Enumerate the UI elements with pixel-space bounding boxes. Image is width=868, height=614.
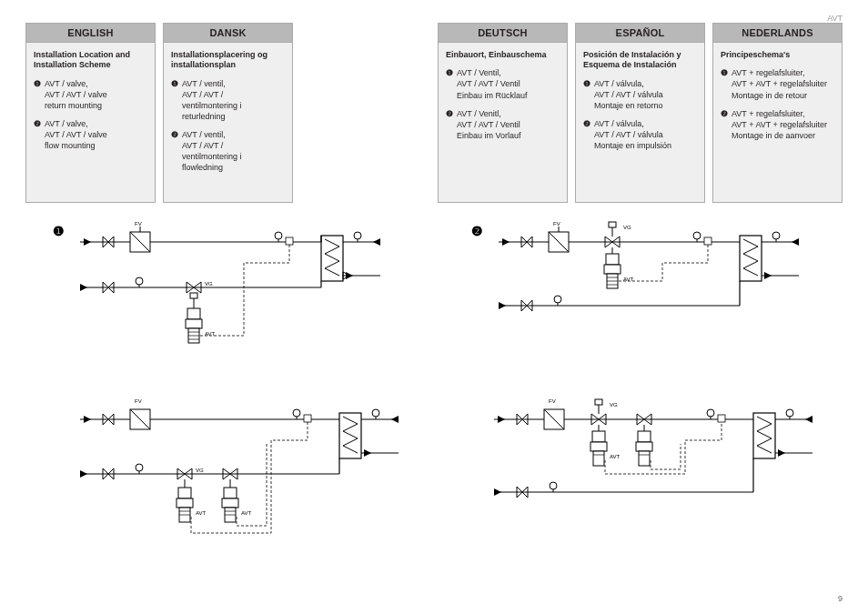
column-title: Principeschema's	[721, 50, 834, 60]
svg-rect-94	[304, 415, 311, 422]
list-item: ❶ AVT / ventil,AVT / AVT /ventilmonterin…	[171, 78, 285, 123]
page-number: 9	[838, 594, 843, 603]
svg-rect-23	[186, 319, 202, 328]
item-number: ❶	[446, 67, 457, 100]
svg-marker-57	[499, 302, 506, 309]
svg-rect-103	[590, 442, 607, 451]
svg-rect-35	[609, 222, 616, 227]
svg-marker-52	[792, 238, 799, 246]
list-item: ❷ AVT / valve,AVT / AVT / valveflow moun…	[34, 118, 147, 151]
svg-rect-104	[593, 451, 604, 466]
column-body: Installationsplacering og installationsp…	[164, 43, 292, 202]
svg-point-69	[372, 409, 379, 417]
svg-rect-127	[718, 415, 725, 422]
svg-text:FV: FV	[135, 398, 142, 404]
column-header: DANSK	[164, 24, 292, 43]
item-number: ❷	[583, 118, 594, 151]
svg-text:AVT: AVT	[241, 510, 252, 516]
svg-marker-17	[80, 284, 87, 291]
diagram-marker-icon: ❶	[53, 224, 65, 238]
svg-rect-88	[222, 498, 238, 508]
svg-text:AVT: AVT	[610, 454, 621, 459]
column-header: DEUTSCH	[439, 24, 567, 43]
svg-text:VG: VG	[196, 468, 204, 473]
item-text: AVT + regelafsluiter,AVT + AVT + regelaf…	[732, 108, 834, 141]
column-english: ENGLISH Installation Location and Instal…	[25, 23, 156, 203]
item-text: AVT / Ventil,AVT / AVT / VentilEinbau im…	[457, 67, 560, 100]
item-text: AVT / válvula,AVT / AVT / válvulaMontaje…	[594, 78, 697, 111]
column-title: Einbauort, Einbauschema	[446, 50, 560, 60]
item-number: ❶	[583, 78, 594, 111]
svg-point-46	[693, 232, 701, 239]
svg-point-58	[554, 296, 561, 303]
svg-text:FV: FV	[553, 221, 560, 226]
language-columns: ENGLISH Installation Location and Instal…	[25, 23, 843, 203]
svg-rect-109	[636, 442, 652, 451]
svg-rect-87	[224, 488, 237, 498]
svg-marker-32	[502, 238, 510, 246]
svg-point-65	[293, 409, 300, 417]
diagram-1: ❶ FV	[53, 219, 389, 365]
list-item: ❷ AVT / válvula,AVT / AVT / válvulaMonta…	[583, 118, 697, 151]
svg-rect-81	[177, 498, 193, 508]
svg-rect-22	[187, 308, 200, 319]
svg-marker-1	[84, 238, 91, 246]
list-item: ❶ AVT / valve,AVT / AVT / valvereturn mo…	[34, 78, 147, 111]
column-gap	[300, 23, 430, 203]
item-number: ❶	[171, 78, 182, 123]
svg-text:VG: VG	[623, 225, 631, 230]
svg-rect-110	[639, 451, 650, 466]
item-number: ❶	[34, 78, 45, 111]
svg-marker-71	[391, 416, 399, 423]
item-number: ❷	[34, 118, 45, 151]
column-title: Posición de Instalación y Esquema de Ins…	[583, 50, 697, 71]
column-title: Installation Location and Installation S…	[34, 50, 147, 71]
svg-marker-62	[84, 416, 91, 423]
column-title: Installationsplacering og installationsp…	[171, 50, 285, 71]
svg-rect-108	[638, 431, 651, 442]
svg-rect-30	[286, 237, 293, 245]
item-number: ❶	[721, 67, 732, 100]
svg-point-4	[275, 232, 282, 239]
svg-marker-76	[80, 470, 87, 478]
column-deutsch: DEUTSCH Einbauort, Einbauschema ❶ AVT / …	[438, 23, 568, 203]
column-dansk: DANSK Installationsplacering og installa…	[163, 23, 293, 203]
list-item: ❶ AVT / válvula,AVT / AVT / válvulaMonta…	[583, 78, 697, 111]
list-item: ❷ AVT / Venitl,AVT / AVT / VentilEinbau …	[446, 108, 560, 141]
diagram-4: FV VG AVT	[485, 397, 822, 569]
svg-point-77	[136, 464, 143, 471]
item-text: AVT / ventil,AVT / AVT /ventilmontering …	[182, 78, 285, 123]
item-text: AVT / valve,AVT / AVT / valvereturn moun…	[45, 78, 147, 111]
svg-marker-13	[346, 272, 353, 279]
svg-rect-80	[178, 488, 191, 498]
svg-rect-60	[704, 237, 712, 245]
svg-rect-38	[606, 254, 619, 265]
list-item: ❷ AVT + regelafsluiter,AVT + AVT + regel…	[721, 108, 834, 141]
svg-point-18	[136, 277, 143, 285]
item-text: AVT + regelafsluiter,AVT + AVT + regelaf…	[732, 67, 834, 100]
column-header: ESPAÑOL	[576, 24, 704, 43]
svg-rect-99	[595, 399, 602, 405]
svg-marker-119	[805, 416, 812, 423]
svg-point-50	[772, 232, 780, 239]
item-text: AVT / válvula,AVT / AVT / válvulaMontaje…	[594, 118, 697, 151]
header-product-code: AVT	[827, 14, 843, 23]
column-espanol: ESPAÑOL Posición de Instalación y Esquem…	[575, 23, 705, 203]
svg-rect-20	[190, 293, 197, 298]
list-item: ❶ AVT + regelafsluiter,AVT + AVT + regel…	[721, 67, 834, 100]
column-body: Installation Location and Installation S…	[26, 43, 155, 202]
item-text: AVT / Venitl,AVT / AVT / VentilEinbau im…	[457, 108, 560, 141]
svg-marker-10	[373, 238, 380, 246]
svg-marker-96	[498, 416, 505, 423]
column-body: Einbauort, Einbauschema ❶ AVT / Ventil,A…	[439, 43, 567, 202]
svg-rect-39	[604, 265, 621, 274]
column-body: Principeschema's ❶ AVT + regelafsluiter,…	[713, 43, 842, 202]
item-text: AVT / ventil,AVT / AVT /ventilmontering …	[182, 129, 285, 174]
item-text: AVT / valve,AVT / AVT / valveflow mounti…	[45, 118, 147, 151]
list-item: ❶ AVT / Ventil,AVT / AVT / VentilEinbau …	[446, 67, 560, 100]
diagram-3: FV VG	[71, 397, 408, 569]
svg-point-113	[707, 409, 714, 417]
svg-point-8	[354, 232, 361, 239]
svg-rect-102	[592, 431, 605, 442]
column-nederlands: NEDERLANDS Principeschema's ❶ AVT + rege…	[712, 23, 843, 203]
